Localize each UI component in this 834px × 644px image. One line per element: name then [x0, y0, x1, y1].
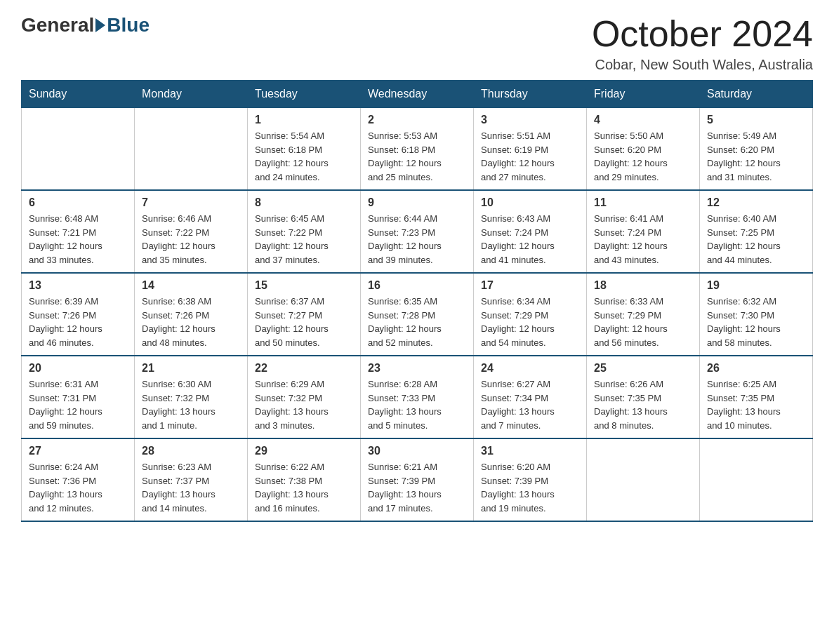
day-info: Sunrise: 6:43 AM Sunset: 7:24 PM Dayligh… — [481, 212, 579, 267]
day-info: Sunrise: 6:26 AM Sunset: 7:35 PM Dayligh… — [594, 377, 692, 432]
calendar-cell: 31Sunrise: 6:20 AM Sunset: 7:39 PM Dayli… — [474, 438, 587, 521]
calendar-cell: 20Sunrise: 6:31 AM Sunset: 7:31 PM Dayli… — [22, 356, 135, 438]
calendar-week-row: 13Sunrise: 6:39 AM Sunset: 7:26 PM Dayli… — [22, 273, 813, 356]
calendar-cell: 2Sunrise: 5:53 AM Sunset: 6:18 PM Daylig… — [361, 108, 474, 191]
calendar-cell: 26Sunrise: 6:25 AM Sunset: 7:35 PM Dayli… — [700, 356, 813, 438]
page-header: General Blue October 2024 Cobar, New Sou… — [21, 14, 813, 73]
day-info: Sunrise: 6:20 AM Sunset: 7:39 PM Dayligh… — [481, 460, 579, 515]
calendar-cell: 15Sunrise: 6:37 AM Sunset: 7:27 PM Dayli… — [248, 273, 361, 356]
calendar-table: Sunday Monday Tuesday Wednesday Thursday… — [21, 80, 813, 522]
day-info: Sunrise: 5:50 AM Sunset: 6:20 PM Dayligh… — [594, 129, 692, 184]
day-number: 27 — [29, 445, 127, 457]
day-number: 31 — [481, 445, 579, 457]
day-info: Sunrise: 5:53 AM Sunset: 6:18 PM Dayligh… — [368, 129, 466, 184]
day-number: 30 — [368, 445, 466, 457]
location-title: Cobar, New South Wales, Australia — [592, 57, 813, 73]
day-info: Sunrise: 6:34 AM Sunset: 7:29 PM Dayligh… — [481, 295, 579, 349]
calendar-cell: 18Sunrise: 6:33 AM Sunset: 7:29 PM Dayli… — [587, 273, 700, 356]
calendar-cell: 7Sunrise: 6:46 AM Sunset: 7:22 PM Daylig… — [135, 190, 248, 273]
day-number: 22 — [255, 362, 353, 375]
day-number: 20 — [29, 362, 127, 375]
day-info: Sunrise: 6:45 AM Sunset: 7:22 PM Dayligh… — [255, 212, 353, 267]
day-number: 5 — [707, 114, 805, 126]
logo-blue-text: Blue — [107, 14, 150, 36]
col-wednesday: Wednesday — [361, 81, 474, 108]
calendar-week-row: 1Sunrise: 5:54 AM Sunset: 6:18 PM Daylig… — [22, 108, 813, 191]
col-tuesday: Tuesday — [248, 81, 361, 108]
day-info: Sunrise: 6:38 AM Sunset: 7:26 PM Dayligh… — [142, 295, 240, 349]
calendar-cell: 6Sunrise: 6:48 AM Sunset: 7:21 PM Daylig… — [22, 190, 135, 273]
calendar-cell — [700, 438, 813, 521]
calendar-cell: 8Sunrise: 6:45 AM Sunset: 7:22 PM Daylig… — [248, 190, 361, 273]
day-number: 16 — [368, 279, 466, 292]
day-info: Sunrise: 6:21 AM Sunset: 7:39 PM Dayligh… — [368, 460, 466, 515]
day-info: Sunrise: 6:23 AM Sunset: 7:37 PM Dayligh… — [142, 460, 240, 515]
calendar-cell: 4Sunrise: 5:50 AM Sunset: 6:20 PM Daylig… — [587, 108, 700, 191]
calendar-cell: 10Sunrise: 6:43 AM Sunset: 7:24 PM Dayli… — [474, 190, 587, 273]
calendar-cell: 22Sunrise: 6:29 AM Sunset: 7:32 PM Dayli… — [248, 356, 361, 438]
calendar-cell: 13Sunrise: 6:39 AM Sunset: 7:26 PM Dayli… — [22, 273, 135, 356]
calendar-cell: 27Sunrise: 6:24 AM Sunset: 7:36 PM Dayli… — [22, 438, 135, 521]
col-sunday: Sunday — [22, 81, 135, 108]
logo: General Blue — [21, 14, 150, 36]
day-info: Sunrise: 6:35 AM Sunset: 7:28 PM Dayligh… — [368, 295, 466, 349]
calendar-cell: 19Sunrise: 6:32 AM Sunset: 7:30 PM Dayli… — [700, 273, 813, 356]
calendar-cell: 9Sunrise: 6:44 AM Sunset: 7:23 PM Daylig… — [361, 190, 474, 273]
day-info: Sunrise: 6:46 AM Sunset: 7:22 PM Dayligh… — [142, 212, 240, 267]
day-info: Sunrise: 6:40 AM Sunset: 7:25 PM Dayligh… — [707, 212, 805, 267]
calendar-cell: 29Sunrise: 6:22 AM Sunset: 7:38 PM Dayli… — [248, 438, 361, 521]
calendar-cell: 16Sunrise: 6:35 AM Sunset: 7:28 PM Dayli… — [361, 273, 474, 356]
day-info: Sunrise: 6:25 AM Sunset: 7:35 PM Dayligh… — [707, 377, 805, 432]
calendar-week-row: 20Sunrise: 6:31 AM Sunset: 7:31 PM Dayli… — [22, 356, 813, 438]
col-friday: Friday — [587, 81, 700, 108]
month-title: October 2024 — [592, 14, 813, 54]
day-number: 19 — [707, 279, 805, 292]
day-number: 15 — [255, 279, 353, 292]
title-section: October 2024 Cobar, New South Wales, Aus… — [592, 14, 813, 73]
day-info: Sunrise: 6:41 AM Sunset: 7:24 PM Dayligh… — [594, 212, 692, 267]
calendar-cell: 30Sunrise: 6:21 AM Sunset: 7:39 PM Dayli… — [361, 438, 474, 521]
day-info: Sunrise: 6:48 AM Sunset: 7:21 PM Dayligh… — [29, 212, 127, 267]
calendar-cell: 25Sunrise: 6:26 AM Sunset: 7:35 PM Dayli… — [587, 356, 700, 438]
day-number: 29 — [255, 445, 353, 457]
day-number: 14 — [142, 279, 240, 292]
day-number: 1 — [255, 114, 353, 126]
day-number: 28 — [142, 445, 240, 457]
calendar-cell: 24Sunrise: 6:27 AM Sunset: 7:34 PM Dayli… — [474, 356, 587, 438]
day-number: 23 — [368, 362, 466, 375]
day-info: Sunrise: 6:30 AM Sunset: 7:32 PM Dayligh… — [142, 377, 240, 432]
day-number: 4 — [594, 114, 692, 126]
calendar-cell: 3Sunrise: 5:51 AM Sunset: 6:19 PM Daylig… — [474, 108, 587, 191]
day-info: Sunrise: 5:49 AM Sunset: 6:20 PM Dayligh… — [707, 129, 805, 184]
day-number: 18 — [594, 279, 692, 292]
day-number: 3 — [481, 114, 579, 126]
day-info: Sunrise: 6:27 AM Sunset: 7:34 PM Dayligh… — [481, 377, 579, 432]
col-thursday: Thursday — [474, 81, 587, 108]
day-number: 12 — [707, 196, 805, 209]
day-number: 9 — [368, 196, 466, 209]
day-number: 8 — [255, 196, 353, 209]
calendar-cell — [22, 108, 135, 191]
day-number: 7 — [142, 196, 240, 209]
day-info: Sunrise: 5:51 AM Sunset: 6:19 PM Dayligh… — [481, 129, 579, 184]
day-number: 24 — [481, 362, 579, 375]
day-info: Sunrise: 6:32 AM Sunset: 7:30 PM Dayligh… — [707, 295, 805, 349]
calendar-week-row: 27Sunrise: 6:24 AM Sunset: 7:36 PM Dayli… — [22, 438, 813, 521]
day-info: Sunrise: 6:29 AM Sunset: 7:32 PM Dayligh… — [255, 377, 353, 432]
calendar-cell: 5Sunrise: 5:49 AM Sunset: 6:20 PM Daylig… — [700, 108, 813, 191]
day-number: 17 — [481, 279, 579, 292]
day-number: 10 — [481, 196, 579, 209]
logo-general-text: General — [21, 14, 94, 36]
day-number: 6 — [29, 196, 127, 209]
col-saturday: Saturday — [700, 81, 813, 108]
day-info: Sunrise: 6:22 AM Sunset: 7:38 PM Dayligh… — [255, 460, 353, 515]
day-info: Sunrise: 6:37 AM Sunset: 7:27 PM Dayligh… — [255, 295, 353, 349]
day-number: 13 — [29, 279, 127, 292]
day-number: 2 — [368, 114, 466, 126]
day-info: Sunrise: 6:31 AM Sunset: 7:31 PM Dayligh… — [29, 377, 127, 432]
day-info: Sunrise: 6:44 AM Sunset: 7:23 PM Dayligh… — [368, 212, 466, 267]
day-number: 25 — [594, 362, 692, 375]
day-info: Sunrise: 6:24 AM Sunset: 7:36 PM Dayligh… — [29, 460, 127, 515]
calendar-cell: 23Sunrise: 6:28 AM Sunset: 7:33 PM Dayli… — [361, 356, 474, 438]
calendar-cell: 12Sunrise: 6:40 AM Sunset: 7:25 PM Dayli… — [700, 190, 813, 273]
